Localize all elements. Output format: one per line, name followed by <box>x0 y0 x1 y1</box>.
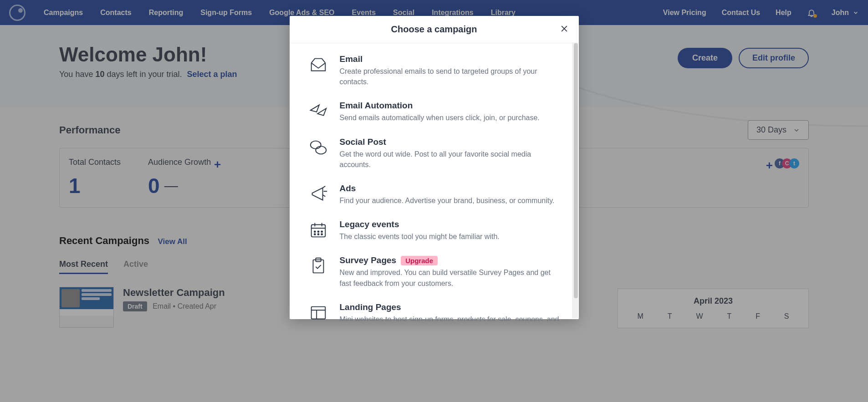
option-title: Email Automation <box>340 101 540 111</box>
option-desc: Find your audience. Advertise your brand… <box>340 195 555 206</box>
scrollbar-thumb[interactable] <box>574 43 578 298</box>
svg-point-5 <box>321 231 322 233</box>
option-desc: The classic events tool you might be fam… <box>340 231 500 242</box>
option-desc: Get the word out wide. Post to all your … <box>340 149 561 170</box>
modal-header: Choose a campaign <box>290 16 579 43</box>
svg-point-8 <box>321 234 322 235</box>
modal-body: Email Create professional emails to send… <box>290 43 579 321</box>
modal-overlay[interactable]: Choose a campaign Email Create professio… <box>0 0 868 402</box>
campaign-option-survey-pages[interactable]: Survey Pages Upgrade New and improved. Y… <box>308 255 561 288</box>
option-title: Email <box>340 54 561 64</box>
option-title: Landing Pages <box>340 302 561 312</box>
choose-campaign-modal: Choose a campaign Email Create professio… <box>290 16 579 319</box>
svg-point-1 <box>316 146 326 154</box>
campaign-option-social-post[interactable]: Social Post Get the word out wide. Post … <box>308 137 561 170</box>
calendar-icon <box>308 219 329 240</box>
modal-title: Choose a campaign <box>391 24 477 35</box>
paper-planes-icon <box>308 101 329 122</box>
option-title: Survey Pages Upgrade <box>340 255 561 265</box>
email-icon <box>308 54 329 75</box>
layout-icon <box>308 302 329 321</box>
svg-point-6 <box>314 234 315 235</box>
option-desc: Create professional emails to send to ta… <box>340 66 561 87</box>
close-icon <box>560 24 569 33</box>
campaign-option-landing-pages[interactable]: Landing Pages Mini websites to host sign… <box>308 302 561 321</box>
svg-point-4 <box>317 231 319 233</box>
campaign-option-legacy-events[interactable]: Legacy events The classic events tool yo… <box>308 219 561 242</box>
clipboard-check-icon <box>308 255 329 276</box>
option-desc: New and improved. You can build versatil… <box>340 267 561 288</box>
svg-point-3 <box>314 231 315 233</box>
option-title: Ads <box>340 183 555 193</box>
upgrade-badge: Upgrade <box>401 256 438 265</box>
campaign-option-email[interactable]: Email Create professional emails to send… <box>308 54 561 87</box>
chat-bubbles-icon <box>308 137 329 158</box>
option-desc: Mini websites to host sign-up forms, pro… <box>340 314 561 321</box>
svg-rect-11 <box>311 306 325 319</box>
campaign-option-email-automation[interactable]: Email Automation Send emails automatical… <box>308 101 561 123</box>
option-desc: Send emails automatically when users cli… <box>340 112 540 123</box>
option-title-text: Survey Pages <box>340 255 397 265</box>
close-button[interactable] <box>560 24 569 35</box>
megaphone-icon <box>308 183 329 204</box>
campaign-option-ads[interactable]: Ads Find your audience. Advertise your b… <box>308 183 561 206</box>
option-title: Social Post <box>340 137 561 147</box>
option-title: Legacy events <box>340 219 500 229</box>
svg-point-0 <box>310 141 321 148</box>
svg-point-7 <box>317 234 319 235</box>
